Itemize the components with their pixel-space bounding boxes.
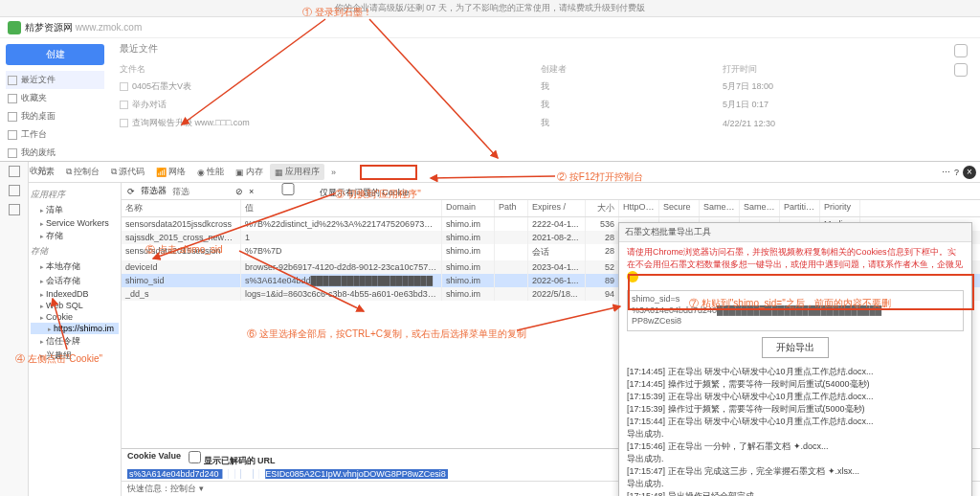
site-bar: 精梦资源网 www.zmok.com: [0, 17, 980, 38]
nav-recent[interactable]: 最近文件: [6, 71, 104, 89]
sb-storage-header: 存储: [31, 245, 119, 258]
nav-work[interactable]: 工作台: [6, 125, 104, 144]
file-row[interactable]: 举办对话我5月1日 0:17: [120, 96, 932, 114]
delete-icon[interactable]: ×: [249, 187, 254, 196]
sb-cookie-host[interactable]: https://shimo.im: [31, 323, 119, 334]
file-row[interactable]: 查询网银告升级 www.□□□.com我4/22/21 12:30: [120, 114, 932, 132]
avatar-icon[interactable]: [954, 63, 968, 77]
rss-icon: [8, 130, 17, 140]
tab-perf[interactable]: ◉ 性能: [192, 164, 229, 180]
shimo-app: 创建 最近文件 收藏夹 我的桌面 工作台 我的废纸 回收站 最近文件 文件名创建…: [0, 38, 980, 161]
checkbox-icon[interactable]: [120, 101, 128, 109]
cookie-thead: 名称 值 Domain Path Expires / 大小 HttpOnly S…: [122, 200, 980, 217]
sb-local[interactable]: 本地存储: [31, 259, 119, 274]
close-icon[interactable]: ×: [963, 166, 976, 179]
filter-input[interactable]: [172, 187, 230, 196]
sb-websql[interactable]: Web SQL: [31, 300, 119, 311]
bell-icon[interactable]: [954, 44, 968, 57]
file-header: 文件名创建者打开时间: [120, 61, 932, 78]
sb-idb[interactable]: IndexedDB: [31, 288, 119, 300]
tab-console[interactable]: ⧉ 控制台: [61, 164, 104, 180]
devtools-sidebar: 应用程序 清单 Service Workers 存储 存储 本地存储 会话存储 …: [29, 183, 122, 496]
section-title: 最近文件: [120, 42, 932, 56]
tab-application[interactable]: ▦ 应用程序: [270, 164, 324, 180]
sb-sw[interactable]: Service Workers: [31, 217, 119, 229]
sb-trust[interactable]: 信任令牌: [31, 334, 119, 349]
devtools-iconcol: [0, 162, 29, 496]
shimo-main: 最近文件 文件名创建者打开时间 0405石墨大V表我5月7日 18:00 举办对…: [110, 38, 942, 161]
tab-sources[interactable]: ⧉ 源代码: [106, 164, 149, 180]
nav-mine[interactable]: 我的废纸: [6, 144, 104, 162]
refresh-icon[interactable]: ⟳: [127, 187, 135, 196]
cookie-value-label: Cookie Value: [127, 451, 181, 467]
tab-memory[interactable]: ▣ 内存: [231, 164, 268, 180]
sb-interest[interactable]: 兴趣组: [31, 349, 119, 363]
export-log: [17:14:45] 正在导出 研发中心\研发中心10月重点工作总结.docx.…: [619, 364, 971, 496]
only-issues-check[interactable]: 仅显示有问题的 Cookie: [259, 183, 409, 199]
checkbox-icon[interactable]: [120, 119, 128, 127]
nav-fav[interactable]: 收藏夹: [6, 89, 104, 107]
start-export-button[interactable]: 开始导出: [762, 337, 829, 358]
decode-url-check[interactable]: 显示已解码的 URL: [189, 451, 276, 467]
checkbox-icon[interactable]: [120, 82, 128, 91]
site-name: 精梦资源网: [25, 21, 73, 34]
cookie-input[interactable]: shimo_sid=s %3A614e04bdd7d240███████████…: [627, 290, 964, 331]
sb-app-header: 应用程序: [31, 189, 119, 201]
create-button[interactable]: 创建: [6, 44, 104, 65]
sb-manifest[interactable]: 清单: [31, 203, 119, 217]
help-icon[interactable]: ?: [954, 168, 959, 177]
popup-title: 石墨文档批量导出工具: [619, 223, 971, 242]
devtools-tabs: 元素 ⧉ 控制台 ⧉ 源代码 📶 网络 ◉ 性能 ▣ 内存 ▦ 应用程序 » ⋯…: [29, 162, 980, 183]
shimo-right-tools: [942, 38, 980, 161]
promo-bar: 你的企业请高级版/还剩 07 天，为了不影响您的正常使用，请续费或升级到付费版: [0, 0, 980, 17]
site-logo-icon: [8, 21, 21, 34]
folder-icon: [8, 148, 17, 158]
sb-session[interactable]: 会话存储: [31, 274, 119, 288]
site-url: www.zmok.com: [76, 22, 142, 33]
popup-note: 请使用Chrome浏览器访问石墨，并按照视频教程复制相关的Cookies信息到下…: [619, 242, 971, 286]
file-row[interactable]: 0405石墨大V表我5月7日 18:00: [120, 78, 932, 96]
shimo-leftnav: 创建 最近文件 收藏夹 我的桌面 工作台 我的废纸 回收站: [0, 38, 110, 161]
clear-icon[interactable]: ⊘: [235, 187, 243, 196]
recent-icon: [8, 76, 17, 85]
device-icon[interactable]: [9, 185, 20, 196]
star-icon: [8, 94, 17, 103]
export-tool-popup: 石墨文档批量导出工具 请使用Chrome浏览器访问石墨，并按照视频教程复制相关的…: [618, 222, 972, 496]
sb-cookie[interactable]: Cookie: [31, 311, 119, 323]
tab-more[interactable]: »: [326, 166, 341, 179]
desktop-icon: [8, 112, 17, 122]
inspect-icon[interactable]: [9, 166, 20, 177]
tab-elements[interactable]: 元素: [33, 164, 59, 180]
sb-storage[interactable]: 存储: [31, 229, 119, 243]
cookie-filter-bar: ⟳ 筛选器 ⊘ × 仅显示有问题的 Cookie: [122, 183, 980, 200]
smile-icon: [627, 271, 638, 282]
tab-network[interactable]: 📶 网络: [151, 164, 190, 180]
nav-desktop[interactable]: 我的桌面: [6, 107, 104, 125]
home-icon[interactable]: [9, 204, 20, 215]
dots-icon[interactable]: ⋯: [942, 168, 950, 177]
